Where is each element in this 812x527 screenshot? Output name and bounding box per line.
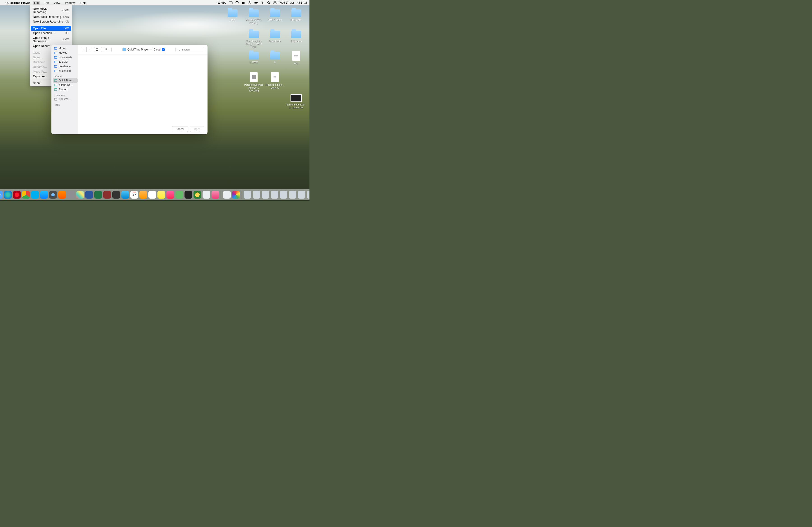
user-icon[interactable] — [248, 1, 251, 4]
dock-photos-icon[interactable] — [232, 191, 240, 199]
desktop-item[interactable]: 1. BMG — [244, 51, 264, 71]
path-popup[interactable]: QuickTime Player — iCloud ⇅ — [122, 48, 165, 51]
control-center-icon[interactable] — [273, 1, 277, 4]
dock-word-icon[interactable] — [85, 191, 93, 199]
clock-time[interactable]: 4:51 AM — [297, 1, 307, 4]
desktop-item[interactable]: Freelance — [286, 9, 306, 29]
dock-minimized-5[interactable] — [280, 191, 287, 199]
dock-utility-icon[interactable] — [203, 191, 210, 199]
dock-mail-icon[interactable] — [121, 191, 129, 199]
menu-bar: QuickTime Player File Edit View Window H… — [0, 0, 309, 5]
dock-dictionary-icon[interactable] — [103, 191, 111, 199]
menu-edit[interactable]: Edit — [43, 1, 49, 5]
sidebar-item[interactable]: QuickTime… — [53, 78, 77, 83]
menu-view[interactable]: View — [53, 1, 61, 5]
menu-window[interactable]: Window — [64, 1, 76, 5]
dock-chrome-icon[interactable] — [22, 191, 30, 199]
dock-app-green-icon[interactable] — [175, 191, 183, 199]
dock-activity-icon[interactable] — [185, 191, 192, 199]
menu-item-open-location-[interactable]: Open Location…⌘L — [31, 31, 71, 35]
spotlight-icon[interactable] — [267, 1, 271, 4]
dock-settings-icon[interactable] — [67, 191, 75, 199]
dock-appstore-icon[interactable] — [40, 191, 48, 199]
dock-quicktime-icon[interactable] — [49, 191, 57, 199]
sidebar-item-label: kingkhalid — [59, 69, 71, 72]
desktop-item[interactable]: Jibril Backup — [265, 9, 285, 29]
dock-edge-icon[interactable] — [4, 191, 12, 199]
desktop-item[interactable]: Softwares — [286, 30, 306, 50]
back-button[interactable]: ‹ — [81, 47, 86, 52]
desktop-item[interactable]: 0 — [265, 51, 285, 71]
dock-calendar-icon[interactable] — [130, 191, 138, 199]
dock-minimized-3[interactable] — [262, 191, 269, 199]
dock-launchpad-icon[interactable] — [76, 191, 84, 199]
sidebar-item-label: Music — [59, 47, 66, 50]
dock-minimized-6[interactable] — [289, 191, 296, 199]
dock-minimized-2[interactable] — [252, 191, 260, 199]
sidebar-item[interactable]: 1. BMG — [53, 60, 77, 64]
sidebar-section-locations: Locations — [55, 94, 77, 96]
dock-calculator-icon[interactable] — [112, 191, 120, 199]
app-name[interactable]: QuickTime Player — [5, 1, 30, 4]
open-button[interactable]: Open — [190, 126, 204, 132]
wifi-icon[interactable] — [261, 1, 264, 4]
sidebar-item[interactable]: kingkhalid — [53, 69, 77, 73]
dock-opera-icon[interactable] — [13, 191, 21, 199]
desktop-item[interactable]: PW — [286, 51, 306, 71]
group-by-popup[interactable]: ⌵ — [104, 47, 112, 52]
search-input[interactable] — [182, 48, 200, 51]
desktop-item[interactable]: Parallels Desktop Activati…Tool.dmg — [244, 72, 264, 92]
desktop-item[interactable]: Read-me_Про…меня.rtf — [265, 72, 285, 92]
dock-skype-icon[interactable] — [31, 191, 39, 199]
sidebar-item[interactable]: Shared — [53, 87, 77, 92]
menu-item-open-file-[interactable]: Open File…⌘O — [31, 26, 71, 31]
dock-vlc-icon[interactable] — [58, 191, 66, 199]
cancel-button[interactable]: Cancel — [172, 126, 188, 132]
network-speed[interactable]: ↑11KB/s — [216, 1, 226, 4]
sidebar-item[interactable]: Khalid's… — [53, 97, 77, 102]
desktop-item[interactable]: Halo — [222, 9, 243, 29]
dock-minimized-1[interactable] — [244, 191, 251, 199]
menu-help[interactable]: Help — [79, 1, 87, 5]
dock-notes-icon[interactable] — [157, 191, 165, 199]
sidebar-item[interactable]: iCloud Dri… — [53, 83, 77, 87]
menu-file[interactable]: File — [33, 1, 40, 5]
dock-safari-icon[interactable] — [0, 191, 3, 199]
forward-button[interactable]: › — [86, 47, 92, 52]
battery-icon[interactable] — [254, 1, 258, 4]
svg-line-10 — [269, 3, 270, 4]
desktop-item[interactable]: The Complete Google…PAID FOR — [244, 30, 264, 50]
sidebar-item[interactable]: Music — [53, 46, 77, 50]
sidebar-item[interactable]: Downloads — [53, 55, 77, 60]
sidebar-item[interactable]: Movies — [53, 50, 77, 55]
menu-item-open-image-sequence-[interactable]: Open Image Sequence…⇧⌘O — [31, 35, 71, 44]
svg-rect-21 — [54, 84, 57, 86]
dock-minimized-4[interactable] — [271, 191, 278, 199]
view-mode-popup[interactable]: ⌵ — [94, 47, 102, 52]
dock-books-icon[interactable] — [140, 191, 147, 199]
sidebar-item[interactable]: Freelance — [53, 64, 77, 69]
menu-item-new-movie-recording[interactable]: New Movie Recording⌥⌘N — [31, 6, 71, 14]
svg-rect-30 — [105, 49, 106, 50]
dock-minimized-7[interactable] — [298, 191, 305, 199]
svg-rect-18 — [54, 65, 57, 67]
dock-minimized-8[interactable] — [307, 191, 309, 199]
dock-preview-icon[interactable] — [223, 191, 231, 199]
dock-app-globe-icon[interactable] — [193, 191, 201, 199]
dock-excel-icon[interactable] — [94, 191, 102, 199]
desktop-item[interactable]: Downloads — [265, 30, 285, 50]
menu-item-new-audio-recording[interactable]: New Audio Recording⇧⌘N — [31, 14, 71, 19]
status-icon-2[interactable] — [235, 1, 239, 4]
desktop-item[interactable]: Arcane (2021) [1080p] — [244, 9, 264, 29]
dock-reminders-icon[interactable] — [148, 191, 156, 199]
desktop-item[interactable]: Screenshot 2024-0…48.52 AM — [286, 93, 306, 114]
search-field[interactable] — [175, 47, 204, 52]
dock-app-pink-icon[interactable] — [212, 191, 219, 199]
status-icon-3[interactable] — [242, 1, 245, 4]
desktop-item-label: 1. BMG — [244, 61, 264, 64]
status-icon-1[interactable] — [229, 1, 233, 4]
menu-item-new-screen-recording[interactable]: New Screen Recording^⌘N — [31, 19, 71, 24]
group-icon — [105, 48, 108, 51]
dock-music-icon[interactable] — [166, 191, 174, 199]
clock-date[interactable]: Wed 27 Mar — [279, 1, 294, 4]
